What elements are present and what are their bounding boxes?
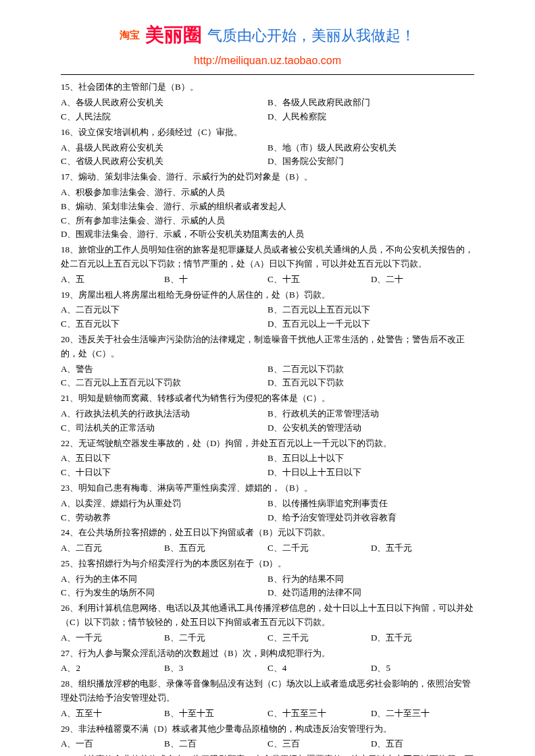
question-options: A、积极参加非法集会、游行、示威的人员B、煽动、策划非法集会、游行、示威的组织者… [61,186,474,242]
option: C、劳动教养 [61,511,268,525]
option: B、地（市）级人民政府公安机关 [268,141,474,155]
option: C、行为发生的场所不同 [61,586,268,600]
option: B、二百元以下罚款 [268,362,474,377]
option: D、给予治安管理处罚并收容教育 [268,511,474,525]
option: A、五 [61,273,164,287]
question-options: A、县级人民政府公安机关B、地（市）级人民政府公安机关C、省级人民政府公安机关D… [61,141,474,169]
option: D、公安机关的管理活动 [268,421,474,435]
question-options: A、行为的主体不同B、行为的结果不同C、行为发生的场所不同D、处罚适用的法律不同 [61,572,474,601]
option: A、五至十 [61,707,164,721]
question-stem: 16、设立保安培训机构，必须经过（C）审批。 [61,126,474,140]
question-stem: 24、在公共场所拉客招嫖的，处五日以下拘留或者（B）元以下罚款。 [61,526,474,540]
option: B、行为的结果不同 [268,572,474,587]
option: D、五千元 [371,541,474,556]
option: A、县级人民政府公安机关 [61,141,268,155]
option: B、二百 [164,737,268,751]
question-stem: 25、拉客招嫖行为与介绍卖淫行为的本质区别在于（D）。 [61,557,474,571]
questions-container: 15、社会团体的主管部门是（B）。A、各级人民政府公安机关B、各级人民政府民政部… [61,80,474,756]
option: C、所有参加非法集会、游行、示威的人员 [61,214,474,228]
question-options: A、各级人民政府公安机关B、各级人民政府民政部门C、人民法院D、人民检察院 [61,96,474,124]
option: B、五日以上十以下 [268,452,474,466]
option: B、3 [164,662,268,676]
question-options: A、一千元B、二千元C、三千元D、五千元 [61,631,474,645]
option: C、五百元以下 [61,317,268,331]
option: B、以传播性病罪追究刑事责任 [268,497,474,511]
question-options: A、一百B、二百C、三百D、五百 [61,737,474,751]
option: A、以卖淫、嫖娼行为从重处罚 [61,497,268,511]
option: C、4 [268,662,371,676]
question-options: A、行政执法机关的行政执法活动B、行政机关的正常管理活动C、司法机关的正常活动D… [61,407,474,435]
question-stem: 21、明知是赃物而窝藏、转移或者代为销售行为侵犯的客体是（C）。 [61,392,474,406]
option: C、二千元 [268,541,371,556]
option: A、各级人民政府公安机关 [61,96,268,110]
taobao-label: 淘宝 [120,27,140,43]
question-options: A、五B、十C、十五D、二十 [61,273,474,287]
question-options: A、五至十B、十至十五C、十五至三十D、二十至三十 [61,707,474,721]
question-stem: 22、无证驾驶航空器发生事故的，处（D）拘留，并处五百元以上一千元以下的罚款。 [61,437,474,451]
option: C、人民法院 [61,110,268,124]
option: A、2 [61,662,164,676]
option: C、二百元以上五百元以下罚款 [61,376,268,390]
option: D、人民检察院 [268,110,474,124]
option: A、一百 [61,737,164,751]
question-stem: 23、明知自己患有梅毒、淋病等严重性病卖淫、嫖娼的，（B）。 [61,481,474,495]
option: B、五百元 [164,541,268,556]
option: D、五千元 [371,631,474,645]
option: D、5 [371,662,474,676]
option: A、五日以下 [61,452,268,466]
question-options: A、二百元B、五百元C、二千元D、五千元 [61,541,474,556]
option: A、二百元以下 [61,303,268,317]
option: D、五百元以下罚款 [268,376,474,390]
question-options: A、二百元以下B、二百元以上五百元以下C、五百元以下D、五百元以上一千元以下 [61,303,474,331]
option: C、十五 [268,273,371,287]
option: C、十日以下 [61,466,268,480]
option: D、十日以上十五日以下 [268,466,474,480]
header-rule [61,74,474,75]
option: B、二千元 [164,631,268,645]
option: A、二百元 [61,541,164,556]
option: A、一千元 [61,631,164,645]
option: D、二十至三十 [371,707,474,721]
option: D、围观非法集会、游行、示威，不听公安机关劝阻离去的人员 [61,227,474,242]
option: D、国务院公安部门 [268,155,474,169]
option: A、行为的主体不同 [61,572,268,587]
question-options: A、以卖淫、嫖娼行为从重处罚B、以传播性病罪追究刑事责任C、劳动教养D、给予治安… [61,497,474,525]
question-stem: 15、社会团体的主管部门是（B）。 [61,80,474,94]
option: B、煽动、策划非法集会、游行、示威的组织者或者发起人 [61,200,474,214]
page-header: 淘宝 美丽圈 气质由心开始，美丽从我做起！ http://meiliquan.u… [61,20,474,69]
option: D、五百元以上一千元以下 [268,317,474,331]
option: B、各级人民政府民政部门 [268,96,474,110]
brand-name: 美丽圈 [145,20,202,51]
option: C、三百 [268,737,371,751]
question-stem: 26、利用计算机信息网络、电话以及其他通讯工具传播淫秽信息的，处十日以上十五日以… [61,601,474,630]
question-stem: 17、煽动、策划非法集会、游行、示威行为的处罚对象是（B）。 [61,170,474,184]
question-stem: 30、对从事饮食业的单位或个人，为了吸引顾客，在食品里添加罂粟壳的，处十日以上十… [61,753,474,756]
question-stem: 28、组织播放淫秽的电影、录像等音像制品没有达到（C）场次以上或者造成恶劣社会影… [61,677,474,705]
question-options: A、五日以下B、五日以上十以下C、十日以下D、十日以上十五日以下 [61,452,474,480]
question-stem: 27、行为人参与聚众淫乱活动的次数超过（B）次，则构成犯罪行为。 [61,647,474,661]
question-options: A、警告B、二百元以下罚款C、二百元以上五百元以下罚款D、五百元以下罚款 [61,362,474,391]
option: A、积极参加非法集会、游行、示威的人员 [61,186,474,200]
option: B、行政机关的正常管理活动 [268,407,474,421]
question-options: A、2B、3C、4D、5 [61,662,474,676]
question-stem: 29、非法种植罂粟不满（D）株或者其他少量毒品原植物的，构成违反治安管理行为。 [61,722,474,736]
option: C、十五至三十 [268,707,371,721]
option: D、处罚适用的法律不同 [268,586,474,600]
question-stem: 18、旅馆业的工作人员明知住宿的旅客是犯罪嫌疑人员或者被公安机关通缉的人员，不向… [61,243,474,271]
question-stem: 20、违反关于社会生活噪声污染防治的法律规定，制造噪音干扰他人正常生活的，处警告… [61,333,474,361]
option: B、二百元以上五百元以下 [268,303,474,317]
option: D、五百 [371,737,474,751]
slogan: 气质由心开始，美丽从我做起！ [207,24,415,47]
option: C、省级人民政府公安机关 [61,155,268,169]
option: A、行政执法机关的行政执法活动 [61,407,268,421]
option: A、警告 [61,362,268,377]
question-stem: 19、房屋出租人将房屋出租给无身份证件的人居住的，处（B）罚款。 [61,288,474,302]
option: B、十 [164,273,268,287]
header-url: http://meiliquan.uz.taobao.com [61,52,474,70]
option: B、十至十五 [164,707,268,721]
option: C、司法机关的正常活动 [61,421,268,435]
option: D、二十 [371,273,474,287]
header-line1: 淘宝 美丽圈 气质由心开始，美丽从我做起！ [61,20,474,51]
option: C、三千元 [268,631,371,645]
